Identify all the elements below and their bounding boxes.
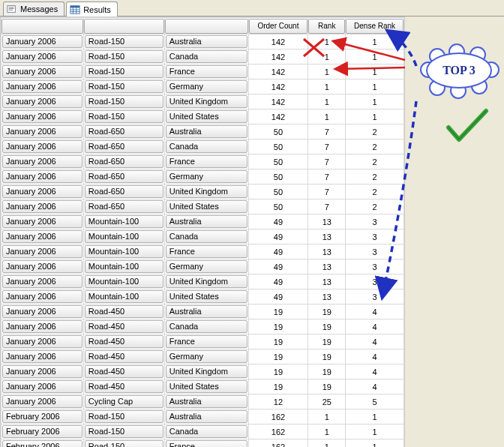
product-cell[interactable]: Road-650 xyxy=(85,200,164,213)
month-cell[interactable]: January 2006 xyxy=(2,155,82,168)
rank-cell: 13 xyxy=(308,260,346,274)
product-cell[interactable]: Road-650 xyxy=(85,185,164,198)
country-cell[interactable]: United States xyxy=(166,110,248,123)
country-cell[interactable]: Germany xyxy=(166,350,248,363)
product-cell[interactable]: Road-450 xyxy=(85,335,164,348)
country-cell[interactable]: United Kingdom xyxy=(166,185,248,198)
country-cell[interactable]: France xyxy=(166,335,248,348)
product-cell[interactable]: Road-650 xyxy=(85,155,164,168)
month-cell[interactable]: January 2006 xyxy=(2,50,82,63)
country-cell[interactable]: Australia xyxy=(166,410,248,423)
month-cell[interactable]: January 2006 xyxy=(2,380,82,393)
month-cell[interactable]: January 2006 xyxy=(2,365,82,378)
country-cell[interactable]: United Kingdom xyxy=(166,95,248,108)
product-cell[interactable]: Road-150 xyxy=(85,110,164,123)
header-country-button[interactable] xyxy=(165,19,248,34)
month-cell[interactable]: January 2006 xyxy=(2,170,82,183)
product-cell[interactable]: Road-450 xyxy=(85,380,164,393)
product-cell[interactable]: Road-450 xyxy=(85,365,164,378)
country-cell[interactable]: Germany xyxy=(166,260,248,273)
country-cell[interactable]: United Kingdom xyxy=(166,275,248,288)
product-cell[interactable]: Road-150 xyxy=(85,80,164,93)
product-cell[interactable]: Road-450 xyxy=(85,320,164,333)
header-product-button[interactable] xyxy=(84,19,164,34)
product-cell[interactable]: Road-150 xyxy=(85,410,164,423)
month-cell[interactable]: January 2006 xyxy=(2,110,82,123)
month-cell[interactable]: January 2006 xyxy=(2,245,82,258)
month-cell[interactable]: January 2006 xyxy=(2,185,82,198)
results-icon xyxy=(70,4,80,15)
month-cell[interactable]: January 2006 xyxy=(2,305,82,318)
country-cell[interactable]: France xyxy=(166,245,248,258)
dense-rank-cell: 1 xyxy=(346,110,404,124)
header-month-button[interactable] xyxy=(2,19,83,34)
month-cell[interactable]: January 2006 xyxy=(2,335,82,348)
product-cell[interactable]: Mountain-100 xyxy=(85,290,164,303)
product-cell[interactable]: Mountain-100 xyxy=(85,215,164,228)
month-cell[interactable]: January 2006 xyxy=(2,140,82,153)
product-cell[interactable]: Road-450 xyxy=(85,350,164,363)
tab-messages[interactable]: Messages xyxy=(3,2,64,16)
country-cell[interactable]: United Kingdom xyxy=(166,365,248,378)
product-cell[interactable]: Road-150 xyxy=(85,425,164,438)
country-cell[interactable]: Canada xyxy=(166,140,248,153)
month-cell[interactable]: January 2006 xyxy=(2,65,82,78)
month-cell[interactable]: January 2006 xyxy=(2,215,82,228)
country-cell[interactable]: Australia xyxy=(166,125,248,138)
dense-rank-cell: 3 xyxy=(346,230,404,244)
country-cell[interactable]: Australia xyxy=(166,395,248,408)
country-cell[interactable]: Australia xyxy=(166,305,248,318)
month-cell[interactable]: January 2006 xyxy=(2,125,82,138)
product-cell[interactable]: Cycling Cap xyxy=(85,395,164,408)
month-cell[interactable]: January 2006 xyxy=(2,35,82,48)
order-count-button[interactable]: Order Count xyxy=(249,19,308,34)
rank-button[interactable]: Rank xyxy=(308,19,345,34)
country-cell[interactable]: United States xyxy=(166,290,248,303)
rank-cell: 7 xyxy=(308,200,346,214)
product-cell[interactable]: Mountain-100 xyxy=(85,245,164,258)
product-cell[interactable]: Road-150 xyxy=(85,35,164,48)
month-cell[interactable]: January 2006 xyxy=(2,320,82,333)
rank-cell: 19 xyxy=(308,364,346,380)
product-cell[interactable]: Mountain-100 xyxy=(85,260,164,273)
product-cell[interactable]: Mountain-100 xyxy=(85,275,164,288)
product-cell[interactable]: Road-650 xyxy=(85,170,164,183)
country-cell[interactable]: United States xyxy=(166,200,248,213)
month-cell[interactable]: January 2006 xyxy=(2,290,82,303)
month-cell[interactable]: February 2006 xyxy=(2,440,82,447)
country-cell[interactable]: France xyxy=(166,155,248,168)
product-cell[interactable]: Road-150 xyxy=(85,50,164,63)
month-cell[interactable]: January 2006 xyxy=(2,200,82,213)
month-cell[interactable]: February 2006 xyxy=(2,410,82,423)
month-cell[interactable]: January 2006 xyxy=(2,230,82,243)
month-cell[interactable]: January 2006 xyxy=(2,350,82,363)
month-cell[interactable]: January 2006 xyxy=(2,395,82,408)
country-cell[interactable]: Australia xyxy=(166,215,248,228)
country-cell[interactable]: France xyxy=(166,440,248,447)
country-cell[interactable]: France xyxy=(166,65,248,78)
product-cell[interactable]: Road-150 xyxy=(85,95,164,108)
product-cell[interactable]: Road-650 xyxy=(85,140,164,153)
month-cell[interactable]: January 2006 xyxy=(2,80,82,93)
month-cell[interactable]: January 2006 xyxy=(2,260,82,273)
product-cell[interactable]: Mountain-100 xyxy=(85,230,164,243)
product-cell[interactable]: Road-150 xyxy=(85,65,164,78)
month-cell[interactable]: January 2006 xyxy=(2,275,82,288)
product-cell[interactable]: Road-450 xyxy=(85,305,164,318)
product-cell[interactable]: Road-150 xyxy=(85,440,164,447)
month-cell[interactable]: January 2006 xyxy=(2,95,82,108)
rank-cell: 1 xyxy=(308,64,346,80)
country-cell[interactable]: Australia xyxy=(166,35,248,48)
dense-rank-button[interactable]: Dense Rank xyxy=(346,19,404,34)
country-cell[interactable]: Canada xyxy=(166,425,248,438)
country-cell[interactable]: Canada xyxy=(166,320,248,333)
country-cell[interactable]: Canada xyxy=(166,230,248,243)
tab-results[interactable]: Results xyxy=(66,2,118,16)
order-count-cell: 162 xyxy=(248,440,308,448)
country-cell[interactable]: United States xyxy=(166,380,248,393)
month-cell[interactable]: February 2006 xyxy=(2,425,82,438)
country-cell[interactable]: Germany xyxy=(166,170,248,183)
product-cell[interactable]: Road-650 xyxy=(85,125,164,138)
country-cell[interactable]: Germany xyxy=(166,80,248,93)
country-cell[interactable]: Canada xyxy=(166,50,248,63)
